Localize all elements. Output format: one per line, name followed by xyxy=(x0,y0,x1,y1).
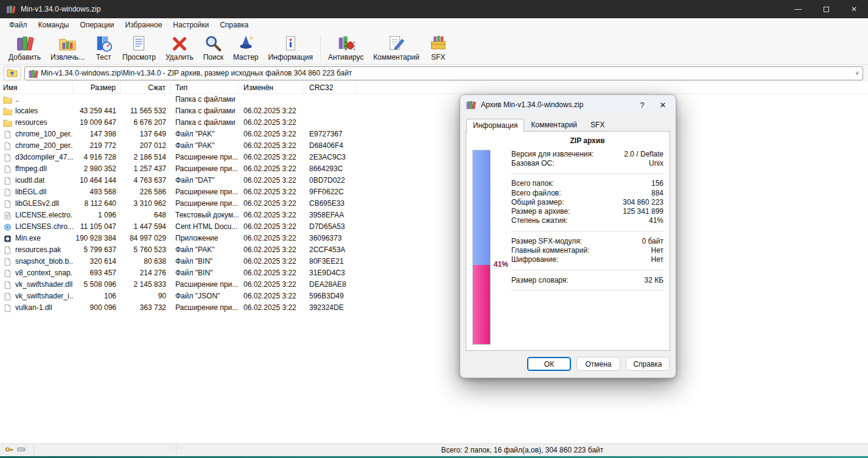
file-modified-cell: 06.02.2025 3:22 xyxy=(239,221,304,233)
file-name-cell: chrome_100_per... xyxy=(0,129,73,140)
column-header-type[interactable]: Тип xyxy=(170,82,239,94)
file-row[interactable]: icudtl.dat10 464 1444 763 637Файл "DAT"0… xyxy=(0,175,868,186)
file-row[interactable]: snapshot_blob.b...320 61480 638Файл "BIN… xyxy=(0,256,868,267)
file-size-cell xyxy=(73,94,121,105)
field-value: 156 xyxy=(651,179,663,188)
file-row[interactable]: ..Папка с файлами xyxy=(0,94,868,105)
tab-info[interactable]: Информация xyxy=(466,119,524,133)
file-row[interactable]: chrome_100_per...147 398137 649Файл "PAK… xyxy=(0,129,868,140)
info-field-row: Всего файлов:884 xyxy=(511,188,663,197)
extract-button[interactable]: Извлечь... xyxy=(46,33,89,63)
menu-item-operations[interactable]: Операции xyxy=(74,19,119,31)
tab-comment[interactable]: Комментарий xyxy=(524,118,584,132)
file-modified-cell: 06.02.2025 3:22 xyxy=(239,140,304,152)
help-button[interactable]: Справка xyxy=(626,357,670,371)
column-header-row: ИмяРазмерСжатТипИзменёнCRC32 xyxy=(0,82,868,94)
drive-icon[interactable] xyxy=(17,445,26,456)
text-file-icon xyxy=(3,211,12,220)
file-row[interactable]: Min.exe190 928 38484 997 029Приложение06… xyxy=(0,233,868,244)
up-directory-button[interactable] xyxy=(4,66,21,80)
file-modified-cell: 06.02.2025 3:22 xyxy=(239,210,304,221)
menu-item-settings[interactable]: Настройки xyxy=(167,19,214,31)
view-button[interactable]: Просмотр xyxy=(117,33,161,63)
folder-icon xyxy=(3,107,12,116)
compression-ratio-label: 41% xyxy=(494,260,508,269)
menu-item-help[interactable]: Справка xyxy=(214,19,254,31)
column-header-packed[interactable]: Сжат xyxy=(121,82,170,94)
dialog-title: Архив Min-v1.34.0-windows.zip xyxy=(481,100,583,109)
file-name-cell: d3dcompiler_47... xyxy=(0,152,73,163)
test-button[interactable]: Тест xyxy=(89,33,117,63)
info-fields: ZIP архив Версия для извлечения:2.0 / De… xyxy=(511,132,663,295)
minimize-icon: — xyxy=(794,5,802,13)
field-label: Шифрование: xyxy=(511,255,558,264)
view-icon xyxy=(130,34,148,52)
file-row[interactable]: vk_swiftshader_i...10690Файл "JSON"06.02… xyxy=(0,291,868,302)
add-button[interactable]: Добавить xyxy=(4,33,46,63)
minimize-button[interactable]: — xyxy=(784,0,812,18)
address-combobox[interactable]: Min-v1.34.0-windows.zip\Min-v1.34.0 - ZI… xyxy=(24,66,863,80)
title-bar: Min-v1.34.0-windows.zip — ✕ xyxy=(0,0,868,18)
file-size-cell: 10 464 144 xyxy=(73,175,121,186)
file-row[interactable]: LICENSES.chro...11 105 0471 447 594Cent … xyxy=(0,221,868,233)
toolbar-button-label: Добавить xyxy=(9,53,41,62)
file-packed-cell: 226 586 xyxy=(121,186,170,198)
file-row[interactable]: LICENSE.electro...1 096648Текстовый доку… xyxy=(0,210,868,221)
cancel-button[interactable]: Отмена xyxy=(576,357,620,371)
tab-sfx[interactable]: SFX xyxy=(584,118,611,132)
file-row[interactable]: libGLESv2.dll8 112 6403 310 962Расширени… xyxy=(0,198,868,210)
file-crc-cell: DEA28AE8 xyxy=(304,279,357,291)
dialog-help-button[interactable]: ? xyxy=(632,97,653,113)
file-modified-cell: 06.02.2025 3:22 xyxy=(239,129,304,140)
info-button[interactable]: Информация xyxy=(263,33,317,63)
file-name-cell: chrome_200_per... xyxy=(0,140,73,152)
dialog-close-button[interactable]: ✕ xyxy=(653,97,673,113)
compression-bar-original xyxy=(473,150,490,265)
file-packed-cell: 80 638 xyxy=(121,256,170,267)
column-header-crc32[interactable]: CRC32 xyxy=(304,82,357,94)
delete-button[interactable]: Удалить xyxy=(161,33,198,63)
field-label: Размер в архиве: xyxy=(511,207,570,216)
file-modified-cell: 06.02.2025 3:22 xyxy=(239,302,304,314)
file-row[interactable]: v8_context_snap...693 457214 276Файл "BI… xyxy=(0,267,868,279)
file-row[interactable]: ffmpeg.dll2 980 3521 257 437Расширение п… xyxy=(0,163,868,175)
menu-item-file[interactable]: Файл xyxy=(4,19,33,31)
column-header-modified[interactable]: Изменён xyxy=(239,82,304,94)
key-icon[interactable] xyxy=(5,445,13,456)
file-row[interactable]: vk_swiftshader.dll5 508 0962 145 833Расш… xyxy=(0,279,868,291)
file-type-cell: Файл "JSON" xyxy=(170,291,239,302)
file-type-cell: Cent HTML Docu... xyxy=(170,221,239,233)
file-type-cell: Папка с файлами xyxy=(170,117,239,129)
column-header-size[interactable]: Размер xyxy=(73,82,121,94)
maximize-button[interactable] xyxy=(812,0,840,18)
file-size-cell: 147 398 xyxy=(73,129,121,140)
file-name-label: vk_swiftshader.dll xyxy=(15,279,72,291)
file-row[interactable]: libEGL.dll493 568226 586Расширение при..… xyxy=(0,186,868,198)
file-row[interactable]: d3dcompiler_47...4 916 7282 186 514Расши… xyxy=(0,152,868,163)
antivirus-button[interactable]: Антивирус xyxy=(323,33,368,63)
file-icon xyxy=(3,153,12,162)
file-row[interactable]: locales43 259 44111 565 532Папка с файла… xyxy=(0,105,868,117)
find-button[interactable]: Поиск xyxy=(198,33,228,63)
column-header-name[interactable]: Имя xyxy=(0,82,73,94)
menu-item-favorites[interactable]: Избранное xyxy=(120,19,168,31)
close-icon: ✕ xyxy=(851,5,857,13)
close-button[interactable]: ✕ xyxy=(840,0,868,18)
file-crc-cell: 8664293C xyxy=(304,163,357,175)
folder-icon xyxy=(3,96,12,104)
file-name-cell: icudtl.dat xyxy=(0,175,73,186)
file-row[interactable]: resources.pak5 799 6375 760 523Файл "PAK… xyxy=(0,244,868,256)
wizard-button[interactable]: Мастер xyxy=(228,33,264,63)
file-row[interactable]: chrome_200_per...219 772207 012Файл "PAK… xyxy=(0,140,868,152)
comment-button[interactable]: Комментарий xyxy=(368,33,424,63)
menu-item-commands[interactable]: Команды xyxy=(33,19,75,31)
field-value: 304 860 223 xyxy=(623,198,663,206)
sfx-button[interactable]: SFX xyxy=(424,33,452,63)
ok-button[interactable]: ОК xyxy=(527,357,571,371)
file-crc-cell: 31E9D4C3 xyxy=(304,267,357,279)
file-name-cell: v8_context_snap... xyxy=(0,267,73,279)
file-size-cell: 8 112 640 xyxy=(73,198,121,210)
file-type-cell: Текстовый докум... xyxy=(170,210,239,221)
file-row[interactable]: vulkan-1.dll900 096363 732Расширение при… xyxy=(0,302,868,314)
file-row[interactable]: resources19 009 6476 676 207Папка с файл… xyxy=(0,117,868,129)
